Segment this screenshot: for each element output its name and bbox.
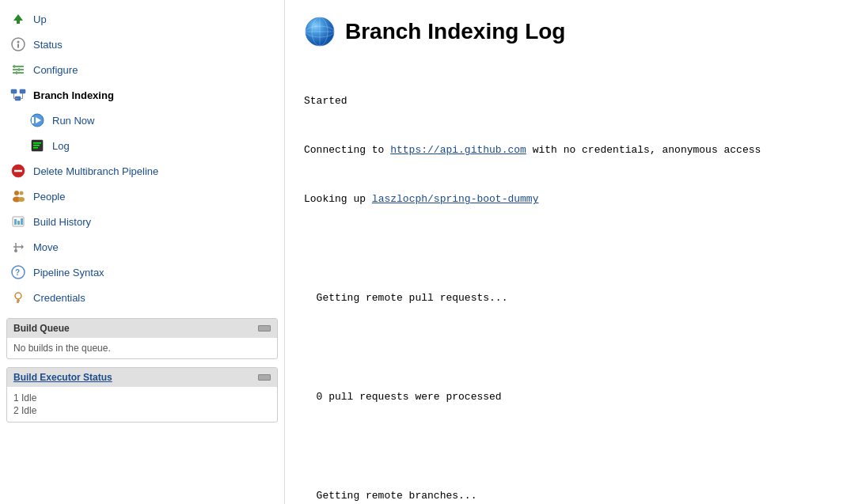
sidebar-item-run-now-label: Run Now	[52, 115, 94, 127]
log-line-connecting: Connecting to https://api.github.com wit…	[304, 142, 839, 159]
sidebar-item-up-label: Up	[33, 13, 47, 25]
svg-rect-4	[17, 44, 19, 48]
log-line-pr-processed: 0 pull requests were processed	[304, 389, 839, 406]
sidebar-item-delete-pipeline[interactable]: Delete Multibranch Pipeline	[0, 158, 284, 184]
sidebar-item-build-history[interactable]: Build History	[0, 209, 284, 234]
build-queue-body: No builds in the queue.	[7, 338, 277, 358]
svg-rect-23	[33, 145, 40, 146]
sidebar-item-move[interactable]: Move	[0, 234, 284, 260]
build-executor-panel: Build Executor Status 1 Idle 2 Idle	[6, 367, 278, 423]
sidebar-item-log[interactable]: Log	[0, 133, 284, 158]
globe-icon	[304, 16, 336, 47]
sidebar-item-people-label: People	[33, 191, 65, 203]
repo-link[interactable]: laszlocph/spring-boot-dummy	[372, 193, 539, 205]
log-line-started: Started	[304, 93, 839, 110]
sidebar: Up Status Configure	[0, 0, 285, 504]
page-title: Branch Indexing Log	[345, 19, 565, 44]
up-arrow-icon	[9, 10, 27, 28]
svg-rect-22	[33, 142, 41, 144]
svg-rect-20	[32, 117, 34, 123]
log-line-blank-3	[304, 438, 839, 455]
run-now-icon	[28, 112, 46, 129]
sidebar-item-people[interactable]: People	[0, 184, 284, 209]
svg-point-27	[14, 191, 19, 195]
svg-rect-33	[17, 221, 20, 225]
log-line-getting-pr: Getting remote pull requests...	[304, 290, 839, 307]
executor-2-status: Idle	[21, 405, 36, 416]
svg-point-29	[20, 191, 24, 195]
sidebar-item-branch-indexing[interactable]: Branch Indexing	[0, 82, 284, 108]
status-icon	[9, 36, 27, 53]
configure-icon	[9, 61, 27, 78]
log-icon	[28, 137, 46, 154]
build-queue-empty-message: No builds in the queue.	[13, 343, 111, 354]
github-api-link[interactable]: https://api.github.com	[390, 144, 526, 156]
svg-text:?: ?	[15, 268, 20, 277]
svg-marker-36	[21, 244, 24, 249]
delete-icon	[9, 162, 27, 180]
sidebar-item-build-history-label: Build History	[33, 216, 91, 228]
sidebar-item-branch-indexing-label: Branch Indexing	[33, 89, 114, 101]
branch-indexing-icon	[9, 86, 27, 104]
executor-row-1: 1 Idle	[13, 392, 271, 404]
sidebar-item-up[interactable]: Up	[0, 6, 284, 32]
sidebar-item-credentials-label: Credentials	[33, 292, 85, 304]
executor-1-status: Idle	[21, 392, 36, 404]
log-content: Started Connecting to https://api.github…	[304, 60, 839, 504]
executor-row-2: 2 Idle	[13, 404, 271, 417]
log-line-blank-2	[304, 340, 839, 357]
build-executor-header: Build Executor Status	[7, 368, 277, 387]
main-content: Branch Indexing Log Started Connecting t…	[285, 0, 858, 504]
build-queue-header: Build Queue	[7, 319, 277, 338]
move-icon	[9, 238, 27, 256]
svg-marker-0	[13, 14, 23, 21]
build-history-icon	[9, 213, 27, 230]
sidebar-item-status[interactable]: Status	[0, 32, 284, 57]
build-executor-minimize-button[interactable]	[258, 374, 271, 381]
svg-point-30	[18, 197, 25, 202]
build-executor-body: 1 Idle 2 Idle	[7, 387, 277, 422]
sidebar-item-configure[interactable]: Configure	[0, 57, 284, 82]
build-queue-panel: Build Queue No builds in the queue.	[6, 318, 278, 359]
sidebar-item-log-label: Log	[52, 140, 70, 152]
pipeline-syntax-icon: ?	[9, 263, 27, 281]
svg-rect-32	[14, 219, 17, 225]
sidebar-item-move-label: Move	[33, 241, 59, 253]
sidebar-item-status-label: Status	[33, 39, 63, 51]
svg-point-41	[15, 293, 21, 299]
sidebar-item-run-now[interactable]: Run Now	[0, 108, 284, 133]
svg-rect-24	[33, 147, 38, 149]
executor-1-num: 1	[13, 392, 19, 404]
sidebar-item-delete-pipeline-label: Delete Multibranch Pipeline	[33, 165, 158, 177]
svg-point-3	[17, 41, 20, 44]
svg-rect-34	[21, 218, 23, 225]
people-icon	[9, 188, 27, 205]
svg-rect-11	[11, 89, 17, 93]
sidebar-item-configure-label: Configure	[33, 64, 78, 76]
page-title-area: Branch Indexing Log	[304, 16, 839, 47]
executor-2-num: 2	[13, 405, 19, 416]
sidebar-item-pipeline-syntax-label: Pipeline Syntax	[33, 267, 104, 279]
sidebar-item-credentials[interactable]: Credentials	[0, 285, 284, 310]
sidebar-item-pipeline-syntax[interactable]: ? Pipeline Syntax	[0, 260, 284, 285]
svg-rect-12	[20, 89, 25, 93]
build-executor-title-link[interactable]: Build Executor Status	[13, 372, 112, 383]
svg-rect-1	[17, 21, 20, 24]
build-queue-title: Build Queue	[13, 323, 70, 334]
log-line-looking-up: Looking up laszlocph/spring-boot-dummy	[304, 191, 839, 208]
build-queue-minimize-button[interactable]	[258, 325, 271, 332]
svg-point-38	[14, 249, 17, 252]
log-line-getting-branches: Getting remote branches...	[304, 488, 839, 504]
log-line-blank-1	[304, 241, 839, 258]
credentials-icon	[9, 289, 27, 306]
